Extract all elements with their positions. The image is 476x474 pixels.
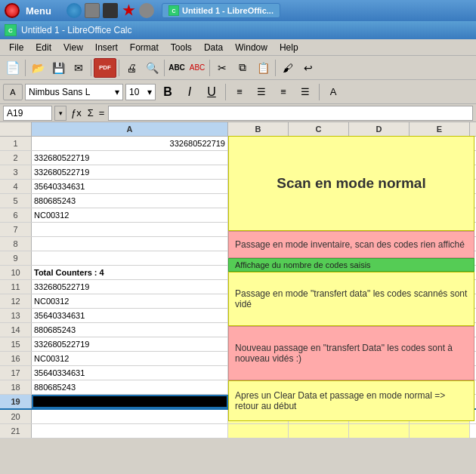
cell-d6[interactable]	[349, 208, 410, 222]
cell-b6[interactable]	[228, 208, 289, 222]
cell-e7[interactable]	[410, 223, 470, 236]
menu-window[interactable]: Window	[229, 41, 274, 54]
cell-a4[interactable]: 35640334631	[32, 180, 228, 193]
cell-d21[interactable]	[349, 424, 410, 438]
cell-c15[interactable]	[289, 337, 349, 351]
col-header-a[interactable]: A	[32, 122, 228, 136]
cell-d18[interactable]	[349, 380, 410, 394]
cell-d2[interactable]	[349, 151, 410, 165]
cell-reference-box[interactable]: A19	[3, 106, 52, 121]
cell-c10[interactable]	[289, 266, 349, 279]
cell-d16[interactable]	[349, 352, 410, 365]
copy-button[interactable]: ⧉	[233, 58, 252, 78]
cell-b18[interactable]	[228, 380, 289, 394]
italic-button[interactable]: I	[180, 84, 199, 100]
menu-file[interactable]: File	[3, 41, 29, 54]
cell-a15[interactable]: 332680522719	[32, 337, 228, 351]
export-pdf-button[interactable]: PDF	[94, 58, 116, 78]
col-header-d[interactable]: D	[349, 122, 410, 136]
cell-e12[interactable]	[410, 294, 470, 308]
os-menu-label[interactable]: Menu	[26, 5, 51, 17]
cell-d1[interactable]	[349, 137, 410, 150]
cell-a2[interactable]: 332680522719	[32, 151, 228, 165]
col-header-e[interactable]: E	[410, 122, 470, 136]
cell-b7[interactable]	[228, 223, 289, 236]
cell-d14[interactable]	[349, 323, 410, 337]
cell-c8[interactable]	[289, 237, 349, 251]
cell-b19[interactable]	[228, 395, 289, 408]
cell-d5[interactable]	[349, 194, 410, 208]
cell-c16[interactable]	[289, 352, 349, 365]
cell-c12[interactable]	[289, 294, 349, 308]
cell-b4[interactable]	[228, 180, 289, 193]
menu-tools[interactable]: Tools	[165, 41, 198, 54]
menu-format[interactable]: Format	[124, 41, 165, 54]
underline-button[interactable]: U	[202, 84, 221, 100]
formula-wizard-icon[interactable]: ƒx	[69, 107, 84, 119]
cell-a3[interactable]: 332680522719	[32, 165, 228, 179]
cell-e20[interactable]	[410, 410, 470, 423]
spellcheck-button[interactable]: ABC	[167, 58, 187, 78]
cell-e10[interactable]	[410, 266, 470, 279]
col-header-b[interactable]: B	[228, 122, 289, 136]
cell-a13[interactable]: 35640334631	[32, 309, 228, 322]
new-button[interactable]: 📄	[3, 58, 23, 78]
cell-d15[interactable]	[349, 337, 410, 351]
cell-e21[interactable]	[410, 424, 470, 438]
cell-b15[interactable]	[228, 337, 289, 351]
cell-e6[interactable]	[410, 208, 470, 222]
cell-c13[interactable]	[289, 309, 349, 322]
cell-a8[interactable]	[32, 237, 228, 251]
cell-e3[interactable]	[410, 165, 470, 179]
cell-e5[interactable]	[410, 194, 470, 208]
cell-e14[interactable]	[410, 323, 470, 337]
cell-c3[interactable]	[289, 165, 349, 179]
cell-d12[interactable]	[349, 294, 410, 308]
cell-a12[interactable]: NC00312	[32, 294, 228, 308]
cell-b9[interactable]	[228, 251, 289, 265]
cell-d3[interactable]	[349, 165, 410, 179]
align-right-button[interactable]: ≡	[274, 84, 293, 100]
cell-b8[interactable]	[228, 237, 289, 251]
formula-input-bar[interactable]	[108, 106, 473, 121]
cell-d7[interactable]	[349, 223, 410, 236]
cell-c14[interactable]	[289, 323, 349, 337]
menu-edit[interactable]: Edit	[29, 41, 57, 54]
email-button[interactable]: ✉	[69, 58, 88, 78]
cell-d10[interactable]	[349, 266, 410, 279]
print-button[interactable]: 🖨	[122, 58, 141, 78]
taskbar-active-item[interactable]: C Untitled 1 - LibreOffic...	[162, 3, 280, 18]
cell-b16[interactable]	[228, 352, 289, 365]
cell-e11[interactable]	[410, 280, 470, 294]
cell-c19[interactable]	[289, 395, 349, 408]
cell-d9[interactable]	[349, 251, 410, 265]
cell-c2[interactable]	[289, 151, 349, 165]
undo-button[interactable]: ↩	[298, 58, 318, 78]
cell-e8[interactable]	[410, 237, 470, 251]
cell-b5[interactable]	[228, 194, 289, 208]
cell-d13[interactable]	[349, 309, 410, 322]
cell-a16[interactable]: NC00312	[32, 352, 228, 365]
cell-e1[interactable]	[410, 137, 470, 150]
paint-button[interactable]: 🖌	[278, 58, 298, 78]
cell-a5[interactable]: 880685243	[32, 194, 228, 208]
cell-a14[interactable]: 880685243	[32, 323, 228, 337]
cell-b3[interactable]	[228, 165, 289, 179]
cell-d11[interactable]	[349, 280, 410, 294]
styles-button[interactable]: A	[3, 84, 23, 100]
cell-c6[interactable]	[289, 208, 349, 222]
color-button[interactable]: A	[323, 84, 343, 100]
cell-c9[interactable]	[289, 251, 349, 265]
col-header-c[interactable]: C	[289, 122, 349, 136]
cell-e13[interactable]	[410, 309, 470, 322]
cell-a20[interactable]	[32, 410, 228, 423]
cell-b2[interactable]	[228, 151, 289, 165]
cell-e17[interactable]	[410, 366, 470, 380]
cell-a7[interactable]	[32, 223, 228, 236]
cell-b12[interactable]	[228, 294, 289, 308]
cell-d8[interactable]	[349, 237, 410, 251]
font-name-box[interactable]: Nimbus Sans L ▾	[25, 84, 123, 100]
cell-e15[interactable]	[410, 337, 470, 351]
preview-button[interactable]: 🔍	[142, 58, 162, 78]
cell-e19[interactable]	[410, 395, 470, 408]
